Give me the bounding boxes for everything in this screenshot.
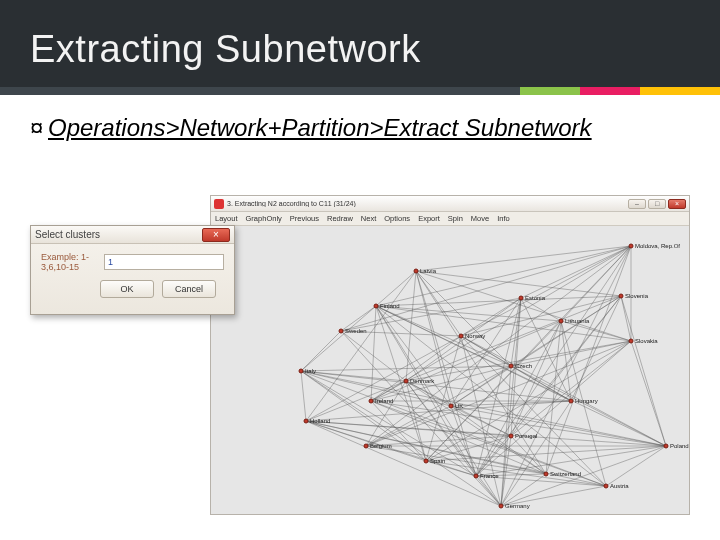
- maximize-button[interactable]: □: [648, 199, 666, 209]
- graph-node[interactable]: [364, 444, 369, 449]
- svg-line-120: [606, 446, 666, 486]
- dialog-close-button[interactable]: ×: [202, 228, 230, 242]
- svg-line-15: [416, 271, 631, 341]
- graph-node[interactable]: [559, 319, 564, 324]
- menu-layout[interactable]: Layout: [215, 214, 238, 223]
- graph-node[interactable]: [449, 404, 454, 409]
- svg-line-61: [561, 321, 571, 401]
- accent-stripes: [520, 87, 720, 95]
- menu-redraw[interactable]: Redraw: [327, 214, 353, 223]
- svg-line-111: [476, 476, 501, 506]
- svg-line-78: [301, 371, 666, 446]
- graph-node-label: Moldova, Rep.Of: [635, 243, 680, 249]
- svg-line-64: [301, 331, 341, 371]
- close-button[interactable]: ×: [668, 199, 686, 209]
- bullet-icon: ¤: [30, 113, 48, 143]
- graph-node[interactable]: [339, 329, 344, 334]
- svg-line-133: [501, 436, 511, 506]
- graph-node[interactable]: [459, 334, 464, 339]
- slide-title: Extracting Subnetwork: [0, 0, 720, 71]
- menu-export[interactable]: Export: [418, 214, 440, 223]
- example-label: Example: 1-3,6,10-15: [41, 252, 98, 272]
- graph-node-label: Hungary: [575, 398, 598, 404]
- dialog-titlebar[interactable]: Select clusters ×: [31, 226, 234, 244]
- svg-line-19: [406, 271, 416, 381]
- graph-node[interactable]: [414, 269, 419, 274]
- graph-node-label: France: [480, 473, 499, 479]
- menu-info[interactable]: Info: [497, 214, 510, 223]
- svg-line-98: [366, 366, 511, 446]
- svg-line-10: [501, 246, 631, 506]
- svg-line-7: [426, 246, 631, 461]
- graph-node[interactable]: [604, 484, 609, 489]
- svg-line-26: [621, 296, 666, 446]
- svg-line-119: [511, 436, 546, 474]
- svg-line-121: [501, 446, 666, 506]
- graph-node[interactable]: [519, 296, 524, 301]
- svg-line-11: [461, 246, 631, 336]
- graph-node[interactable]: [404, 379, 409, 384]
- graph-node-label: Finland: [380, 303, 400, 309]
- menu-move[interactable]: Move: [471, 214, 489, 223]
- graph-node[interactable]: [474, 474, 479, 479]
- minimize-button[interactable]: –: [628, 199, 646, 209]
- svg-line-81: [301, 371, 406, 381]
- svg-line-36: [301, 306, 376, 371]
- svg-line-125: [371, 401, 666, 446]
- svg-line-27: [406, 296, 621, 381]
- svg-line-14: [376, 271, 416, 306]
- menu-previous[interactable]: Previous: [290, 214, 319, 223]
- graph-node-label: Latvia: [420, 268, 436, 274]
- graph-node[interactable]: [499, 504, 504, 509]
- svg-line-56: [561, 321, 631, 341]
- graph-node[interactable]: [509, 434, 514, 439]
- clusters-input[interactable]: [104, 254, 224, 270]
- svg-line-142: [371, 366, 511, 401]
- svg-line-94: [306, 421, 511, 436]
- graph-node[interactable]: [299, 369, 304, 374]
- graph-node-label: Portugal: [515, 433, 537, 439]
- graph-node[interactable]: [369, 399, 374, 404]
- menu-graphonly[interactable]: GraphOnly: [246, 214, 282, 223]
- cancel-button[interactable]: Cancel: [162, 280, 216, 298]
- svg-line-74: [511, 341, 631, 436]
- svg-line-50: [406, 298, 521, 381]
- svg-line-102: [426, 446, 666, 461]
- graph-node-label: Germany: [505, 503, 530, 509]
- app-titlebar[interactable]: 3. Extracting N2 according to C11 (31/24…: [211, 196, 689, 212]
- svg-line-45: [371, 306, 376, 401]
- menu-spin[interactable]: Spin: [448, 214, 463, 223]
- svg-line-42: [376, 306, 511, 366]
- graph-canvas[interactable]: Moldova, Rep.OfLatviaSloveniaFinlandEsto…: [211, 226, 689, 514]
- svg-line-93: [306, 401, 571, 421]
- graph-node[interactable]: [304, 419, 309, 424]
- svg-line-47: [341, 298, 521, 331]
- graph-node[interactable]: [569, 399, 574, 404]
- graph-node[interactable]: [664, 444, 669, 449]
- svg-line-46: [521, 298, 561, 321]
- graph-node[interactable]: [619, 294, 624, 299]
- graph-node-label: Czech: [515, 363, 532, 369]
- menubar: Layout GraphOnly Previous Redraw Next Op…: [211, 212, 689, 226]
- svg-line-57: [426, 321, 561, 461]
- graph-node[interactable]: [374, 304, 379, 309]
- ok-button[interactable]: OK: [100, 280, 154, 298]
- menu-next[interactable]: Next: [361, 214, 376, 223]
- menu-options[interactable]: Options: [384, 214, 410, 223]
- svg-line-139: [371, 336, 461, 401]
- svg-line-24: [621, 296, 631, 341]
- graph-node-label: Sweden: [345, 328, 367, 334]
- graph-node[interactable]: [509, 364, 514, 369]
- select-clusters-dialog: Select clusters × Example: 1-3,6,10-15 O…: [30, 225, 235, 315]
- svg-line-122: [461, 336, 666, 446]
- svg-line-90: [306, 421, 501, 506]
- graph-node-label: Spain: [430, 458, 445, 464]
- svg-line-0: [416, 246, 631, 271]
- screenshot-area: 3. Extracting N2 according to C11 (31/24…: [30, 195, 690, 520]
- graph-node[interactable]: [629, 339, 634, 344]
- graph-node[interactable]: [424, 459, 429, 464]
- graph-node[interactable]: [544, 472, 549, 477]
- graph-node-label: Slovenia: [625, 293, 648, 299]
- graph-node[interactable]: [629, 244, 634, 249]
- app-icon: [214, 199, 224, 209]
